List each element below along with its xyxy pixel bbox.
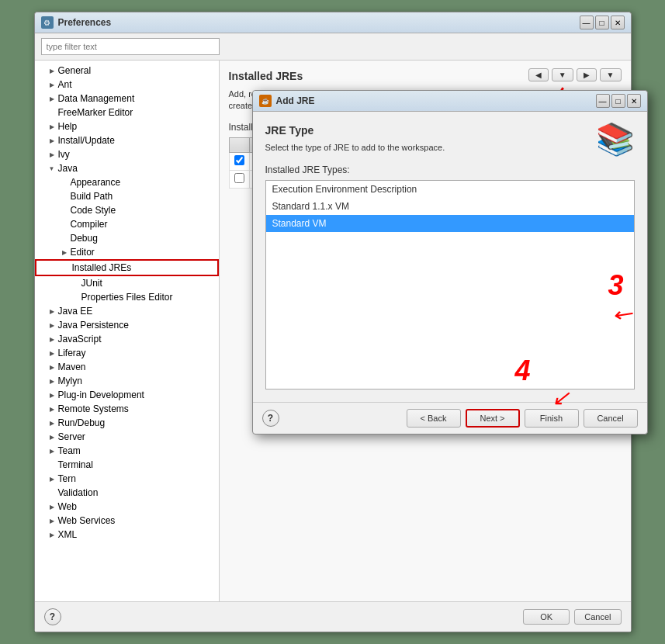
- sidebar-label: Java Persistence: [58, 320, 129, 331]
- sidebar-item-appearance[interactable]: Appearance: [35, 175, 219, 189]
- arrow-icon: [47, 364, 57, 371]
- dialog-section-desc: Select the type of JRE to add to the wor…: [265, 143, 635, 152]
- sidebar-label: Installed JREs: [72, 262, 132, 273]
- dialog-maximize-button[interactable]: □: [611, 94, 625, 108]
- back-button[interactable]: < Back: [407, 409, 461, 428]
- arrow-icon: [60, 249, 69, 256]
- sidebar-item-junit[interactable]: JUnit: [35, 276, 219, 290]
- sidebar-label: Tern: [58, 473, 76, 484]
- arrow-icon: [47, 336, 57, 343]
- sidebar-item-remote-systems[interactable]: Remote Systems: [35, 402, 219, 416]
- nav-down-button[interactable]: ▼: [600, 68, 622, 81]
- sidebar-label: Validation: [58, 487, 99, 498]
- dialog-titlebar: ☕ Add JRE — □ ✕: [253, 91, 647, 112]
- sidebar-label: Ivy: [58, 149, 70, 160]
- arrow-icon: [47, 123, 57, 130]
- sidebar-item-installed-jres[interactable]: Installed JREs: [35, 259, 219, 276]
- sidebar-label: Appearance: [71, 177, 121, 188]
- sidebar-label: Team: [58, 445, 81, 456]
- sidebar-item-build-path[interactable]: Build Path: [35, 189, 219, 203]
- sidebar-item-debug[interactable]: Debug: [35, 231, 219, 245]
- footer-left: ?: [44, 608, 61, 625]
- sidebar-label: XML: [58, 529, 78, 540]
- dialog-help-button[interactable]: ?: [262, 410, 279, 427]
- sidebar-item-server[interactable]: Server: [35, 430, 219, 444]
- sidebar-item-maven[interactable]: Maven: [35, 360, 219, 374]
- sidebar-item-ant[interactable]: Ant: [35, 78, 219, 92]
- sidebar-label: Terminal: [58, 459, 93, 470]
- dialog-footer-right: < Back Next > Finish Cancel: [407, 409, 638, 428]
- sidebar-item-editor[interactable]: Editor: [35, 245, 219, 259]
- sidebar-item-liferay[interactable]: Liferay: [35, 346, 219, 360]
- sidebar-item-plugin-development[interactable]: Plug-in Development: [35, 388, 219, 402]
- sidebar-item-compiler[interactable]: Compiler: [35, 217, 219, 231]
- sidebar-item-ivy[interactable]: Ivy: [35, 147, 219, 161]
- sidebar-label: Web Services: [58, 515, 116, 526]
- arrow-icon: [47, 392, 57, 399]
- help-button[interactable]: ?: [44, 608, 61, 625]
- jre-checkbox[interactable]: [234, 173, 244, 183]
- dialog-section-title: JRE Type: [265, 124, 635, 137]
- sidebar-label: Compiler: [71, 219, 108, 230]
- sidebar-item-general[interactable]: General: [35, 64, 219, 78]
- jre-type-item-selected[interactable]: Standard VM: [266, 215, 634, 232]
- arrow-icon: [47, 420, 57, 427]
- nav-next-button[interactable]: ▶: [577, 68, 597, 81]
- sidebar-tree: General Ant Data Management FreeMarker E…: [35, 61, 220, 601]
- nav-buttons: ◀ ▼ ▶ ▼: [528, 68, 622, 81]
- sidebar-label: Liferay: [58, 348, 86, 358]
- sidebar-item-web[interactable]: Web: [35, 500, 219, 514]
- sidebar-item-java-ee[interactable]: Java EE: [35, 304, 219, 318]
- finish-button[interactable]: Finish: [525, 409, 579, 428]
- sidebar-label: Debug: [71, 233, 98, 244]
- jre-type-item[interactable]: Standard 1.1.x VM: [266, 198, 634, 215]
- sidebar-item-team[interactable]: Team: [35, 444, 219, 458]
- sidebar-item-data-management[interactable]: Data Management: [35, 92, 219, 106]
- dialog-minimize-button[interactable]: —: [596, 94, 610, 108]
- dialog-close-button[interactable]: ✕: [627, 94, 641, 108]
- dialog-titlebar-btns: — □ ✕: [596, 94, 641, 108]
- ok-button[interactable]: OK: [523, 609, 570, 625]
- arrow-icon: [47, 504, 57, 511]
- sidebar-label: JavaScript: [58, 334, 102, 345]
- sidebar-item-help[interactable]: Help: [35, 119, 219, 133]
- dialog-cancel-button[interactable]: Cancel: [584, 409, 638, 428]
- sidebar-item-code-style[interactable]: Code Style: [35, 203, 219, 217]
- sidebar-label: Ant: [58, 79, 72, 90]
- sidebar-label: Mylyn: [58, 376, 82, 386]
- sidebar-item-run-debug[interactable]: Run/Debug: [35, 416, 219, 430]
- close-button[interactable]: ✕: [611, 16, 625, 29]
- jre-types-label: Installed JRE Types:: [265, 164, 635, 175]
- sidebar-label: Java EE: [58, 306, 93, 317]
- cancel-button[interactable]: Cancel: [574, 609, 621, 625]
- dialog-title-left: ☕ Add JRE: [259, 95, 315, 107]
- jre-checkbox[interactable]: [234, 155, 244, 165]
- maximize-button[interactable]: □: [595, 16, 609, 29]
- sidebar-item-mylyn[interactable]: Mylyn: [35, 374, 219, 388]
- sidebar-label: Build Path: [71, 191, 113, 202]
- next-button[interactable]: Next >: [466, 409, 520, 428]
- sidebar-item-properties-files-editor[interactable]: Properties Files Editor: [35, 290, 219, 304]
- sidebar-item-install-update[interactable]: Install/Update: [35, 133, 219, 147]
- minimize-button[interactable]: —: [580, 16, 594, 29]
- sidebar-item-validation[interactable]: Validation: [35, 486, 219, 500]
- sidebar-label: Code Style: [71, 205, 116, 216]
- jre-type-item[interactable]: Execution Environment Description: [266, 181, 634, 198]
- nav-forward-button[interactable]: ▼: [552, 68, 573, 81]
- sidebar-item-java[interactable]: Java: [35, 161, 219, 175]
- arrow-icon: [47, 350, 57, 357]
- sidebar-item-tern[interactable]: Tern: [35, 472, 219, 486]
- nav-back-button[interactable]: ◀: [528, 68, 549, 81]
- arrow-icon: [47, 406, 57, 413]
- sidebar-label: General: [58, 65, 92, 76]
- sidebar-label: JUnit: [81, 278, 102, 289]
- arrow-icon: [47, 95, 57, 102]
- sidebar-item-javascript[interactable]: JavaScript: [35, 332, 219, 346]
- titlebar-left: ⚙ Preferences: [41, 16, 112, 29]
- sidebar-item-web-services[interactable]: Web Services: [35, 514, 219, 528]
- search-input[interactable]: [41, 38, 220, 55]
- sidebar-item-xml[interactable]: XML: [35, 528, 219, 542]
- sidebar-item-freemarker[interactable]: FreeMarker Editor: [35, 106, 219, 119]
- sidebar-item-terminal[interactable]: Terminal: [35, 458, 219, 472]
- sidebar-item-java-persistence[interactable]: Java Persistence: [35, 318, 219, 332]
